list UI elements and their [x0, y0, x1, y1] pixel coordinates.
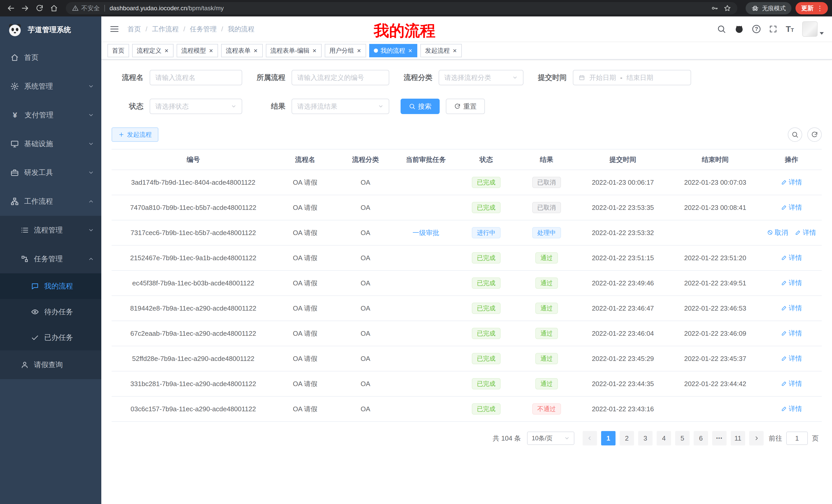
tab-process-model[interactable]: 流程模型× — [177, 44, 218, 57]
chevron-down-icon — [88, 141, 94, 147]
github-button[interactable] — [734, 24, 744, 34]
forward-button[interactable] — [19, 2, 32, 15]
reload-button[interactable] — [33, 2, 46, 15]
bookmark-button[interactable] — [724, 4, 731, 12]
address-bar[interactable]: 不安全 dashboard.yudao.iocoder.cn /bpm/task… — [66, 2, 737, 15]
jump-page-input[interactable] — [786, 431, 808, 445]
sidebar-item-payment[interactable]: ¥ 支付管理 — [0, 101, 101, 130]
tab-label: 我的流程 — [381, 47, 405, 55]
detail-link[interactable]: 详情 — [781, 404, 802, 413]
header-search-button[interactable] — [717, 24, 726, 34]
cell-end-time — [669, 220, 761, 245]
sidebar-item-workflow[interactable]: 工作流程 — [0, 187, 101, 216]
detail-link[interactable]: 详情 — [781, 253, 802, 262]
status-select[interactable]: 请选择状态 — [150, 99, 242, 114]
detail-link[interactable]: 详情 — [781, 354, 802, 363]
security-warning[interactable]: 不安全 — [72, 4, 100, 12]
home-button[interactable] — [47, 2, 61, 15]
close-icon[interactable]: × — [452, 47, 457, 54]
fullscreen-button[interactable] — [769, 25, 778, 33]
page-button[interactable]: 5 — [675, 431, 690, 445]
password-key-button[interactable] — [711, 4, 718, 12]
sidebar-item-infra[interactable]: 基础设施 — [0, 130, 101, 158]
home-icon — [50, 4, 58, 12]
sidebar-item-system[interactable]: 系统管理 — [0, 72, 101, 101]
next-page-button[interactable] — [749, 431, 763, 445]
submit-time-range-picker[interactable]: 开始日期 - 结束日期 — [573, 70, 691, 85]
search-button[interactable]: 搜索 — [400, 99, 440, 114]
tab-process-form[interactable]: 流程表单× — [221, 44, 262, 57]
table-row: 2152467e-7b9b-11ec-9a1b-acde48001122 OA … — [111, 245, 822, 271]
page-button[interactable]: 2 — [620, 431, 634, 445]
user-menu[interactable] — [802, 21, 824, 37]
cancel-link[interactable]: 取消 — [767, 228, 788, 237]
tab-process-form-edit[interactable]: 流程表单-编辑× — [266, 44, 322, 57]
cell-submit-time: 2022-01-22 23:46:04 — [577, 321, 669, 346]
more-pages-button[interactable]: ••• — [712, 431, 727, 445]
page-size-select[interactable]: 10条/页 — [527, 431, 574, 445]
detail-link[interactable]: 详情 — [781, 278, 802, 287]
back-button[interactable] — [4, 2, 18, 15]
cell-name: OA 请假 — [275, 271, 335, 296]
detail-link[interactable]: 详情 — [781, 178, 802, 187]
reset-button[interactable]: 重置 — [446, 99, 485, 114]
detail-link[interactable]: 详情 — [781, 379, 802, 388]
close-icon[interactable]: × — [209, 47, 213, 54]
page-button[interactable]: 6 — [694, 431, 708, 445]
close-icon[interactable]: × — [253, 47, 258, 54]
detail-link[interactable]: 详情 — [795, 228, 816, 237]
status-badge: 进行中 — [472, 227, 501, 239]
collapse-sidebar-button[interactable] — [109, 24, 119, 34]
breadcrumb-item[interactable]: 首页 — [128, 25, 141, 34]
top-navbar: 首页 / 工作流程 / 任务管理 / 我的流程 ? — [101, 17, 832, 42]
detail-link[interactable]: 详情 — [781, 329, 802, 338]
close-icon[interactable]: × — [312, 47, 317, 54]
sidebar-item-devtools[interactable]: 研发工具 — [0, 158, 101, 187]
tab-initiate-process[interactable]: 发起流程× — [420, 44, 462, 57]
table-row: 3ad174fb-7b9d-11ec-8404-acde48001122 OA … — [111, 170, 822, 195]
yen-icon: ¥ — [10, 111, 20, 119]
page-button[interactable]: 11 — [731, 431, 745, 445]
sidebar-item-process-mgmt[interactable]: 流程管理 — [0, 216, 101, 245]
breadcrumb-item[interactable]: 工作流程 — [152, 25, 179, 34]
close-icon[interactable]: × — [408, 47, 413, 54]
close-icon[interactable]: × — [164, 47, 169, 54]
sidebar-item-done-tasks[interactable]: 已办任务 — [0, 325, 101, 351]
category-select[interactable]: 请选择流程分类 — [439, 70, 523, 85]
kebab-menu-icon[interactable]: ⋮ — [816, 4, 823, 12]
current-task-link[interactable]: 一级审批 — [412, 228, 439, 237]
tab-my-process[interactable]: 我的流程× — [369, 44, 417, 57]
toggle-search-button[interactable] — [788, 128, 802, 142]
font-size-button[interactable]: TT — [786, 25, 794, 33]
detail-link[interactable]: 详情 — [781, 304, 802, 313]
result-select[interactable]: 请选择流结果 — [291, 99, 389, 114]
sidebar-item-my-process[interactable]: 我的流程 — [0, 273, 101, 299]
breadcrumb-item[interactable]: 我的流程 — [228, 25, 255, 34]
breadcrumb-item[interactable]: 任务管理 — [190, 25, 216, 34]
tab-home[interactable]: 首页 — [107, 44, 129, 57]
sidebar-item-todo-tasks[interactable]: 待办任务 — [0, 299, 101, 325]
update-button[interactable]: 更新 ⋮ — [796, 2, 828, 15]
cell-end-time: 2022-01-22 23:45:37 — [669, 346, 761, 371]
sidebar-item-home[interactable]: 首页 — [0, 43, 101, 72]
refresh-table-button[interactable] — [807, 128, 822, 142]
sidebar-item-leave-query[interactable]: 请假查询 — [0, 351, 101, 379]
close-icon[interactable]: × — [357, 47, 362, 54]
sidebar-item-task-mgmt[interactable]: 任务管理 — [0, 245, 101, 273]
result-badge: 通过 — [535, 353, 558, 364]
prev-page-button[interactable] — [582, 431, 597, 445]
process-definition-input[interactable] — [291, 70, 389, 85]
search-icon — [717, 24, 726, 34]
cell-end-time — [669, 396, 761, 422]
page-button[interactable]: 3 — [638, 431, 653, 445]
initiate-process-button[interactable]: 发起流程 — [111, 128, 158, 142]
help-button[interactable]: ? — [752, 25, 760, 33]
tab-process-definition[interactable]: 流程定义× — [132, 44, 174, 57]
process-name-input[interactable] — [150, 70, 242, 85]
detail-link[interactable]: 详情 — [781, 203, 802, 212]
cell-id: 7317cec6-7b9b-11ec-b5b7-acde48001122 — [111, 220, 275, 245]
cell-end-time: 2022-01-22 23:44:42 — [669, 371, 761, 396]
page-button[interactable]: 4 — [657, 431, 671, 445]
tab-user-group[interactable]: 用户分组× — [325, 44, 366, 57]
page-button[interactable]: 1 — [601, 431, 616, 445]
